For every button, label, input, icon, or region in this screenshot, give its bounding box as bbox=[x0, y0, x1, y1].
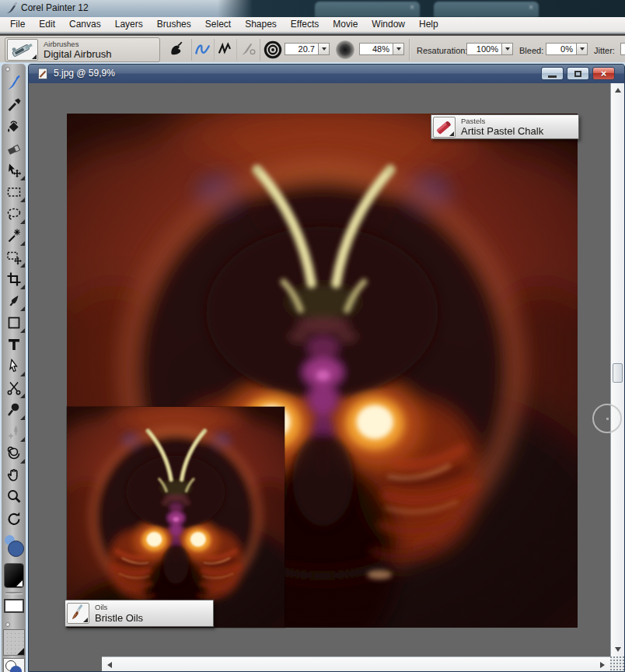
document-icon bbox=[37, 68, 49, 80]
brush-selector[interactable]: Airbrushes Digital Airbrush bbox=[5, 37, 160, 62]
brush-ghost-icon[interactable] bbox=[236, 39, 259, 61]
brush-variant-popup-oils: Oils Bristle Oils bbox=[65, 600, 214, 627]
minimize-button[interactable] bbox=[541, 67, 564, 80]
menu-canvas[interactable]: Canvas bbox=[62, 17, 108, 32]
lasso-tool[interactable] bbox=[2, 203, 26, 225]
paper-selector-swatch[interactable] bbox=[2, 596, 26, 616]
brush-size-dab-icon[interactable] bbox=[262, 39, 284, 61]
opacity-field[interactable]: 48% bbox=[359, 43, 393, 55]
painting-inset bbox=[67, 407, 285, 628]
divine-proportion-tool[interactable] bbox=[2, 443, 26, 464]
gradient-selector-swatch[interactable] bbox=[2, 561, 26, 590]
menu-window[interactable]: Window bbox=[365, 17, 412, 32]
resaturation-dropdown[interactable] bbox=[501, 43, 513, 55]
scroll-left-icon[interactable] bbox=[107, 662, 112, 668]
shape-selection-tool[interactable] bbox=[2, 355, 26, 377]
size-field[interactable]: 20.7 bbox=[285, 43, 319, 55]
rotate-page-tool[interactable] bbox=[2, 508, 26, 530]
document-title: 5.jpg @ 59,9% bbox=[54, 65, 115, 82]
close-button[interactable]: × bbox=[592, 67, 615, 80]
paper-texture-swatch[interactable] bbox=[2, 628, 26, 657]
pastel-stick-icon bbox=[433, 117, 456, 138]
add-point-tool[interactable] bbox=[2, 421, 26, 443]
pattern-selector-swatch[interactable] bbox=[2, 657, 26, 672]
airbrush-preview-icon bbox=[7, 39, 38, 61]
popup-variant-label: Artist Pastel Chalk bbox=[461, 126, 543, 136]
property-bar: Airbrushes Digital Airbrush bbox=[0, 33, 625, 62]
menu-effects[interactable]: Effects bbox=[284, 17, 326, 32]
horizontal-scrollbar[interactable] bbox=[102, 656, 610, 672]
rectangle-shape-tool[interactable] bbox=[2, 312, 26, 334]
toolbox bbox=[2, 64, 26, 672]
crop-tool[interactable] bbox=[2, 268, 26, 290]
menu-layers[interactable]: Layers bbox=[108, 17, 150, 32]
stroke-preview-group bbox=[191, 39, 260, 61]
brush-variant-popup-pastels: Pastels Artist Pastel Chalk bbox=[431, 114, 579, 139]
background-browser-glass: × × bbox=[218, 0, 625, 17]
tab-close-icon: × bbox=[529, 3, 533, 12]
main-color-circle[interactable] bbox=[8, 541, 24, 557]
popup-category-label: Pastels bbox=[461, 117, 543, 125]
stroke-preview-selected-icon[interactable] bbox=[192, 39, 214, 61]
text-tool[interactable] bbox=[2, 334, 26, 355]
scroll-right-icon[interactable] bbox=[600, 662, 605, 668]
magic-wand-tool[interactable] bbox=[2, 225, 26, 247]
brush-category-label: Airbrushes bbox=[44, 40, 111, 48]
selection-adjuster-tool[interactable] bbox=[2, 247, 26, 268]
resize-grip[interactable] bbox=[610, 656, 624, 672]
dropper-tool[interactable] bbox=[2, 94, 26, 116]
scroll-down-icon[interactable] bbox=[615, 647, 621, 652]
opacity-dropdown[interactable] bbox=[393, 43, 404, 55]
oil-brush-icon bbox=[67, 603, 89, 624]
toolbox-panel-handle[interactable] bbox=[5, 622, 10, 627]
rectangular-selection-tool[interactable] bbox=[2, 181, 26, 203]
paintbrush-app-icon bbox=[5, 2, 18, 15]
restore-icon bbox=[574, 71, 581, 77]
pen-tool[interactable] bbox=[2, 290, 26, 312]
menu-brushes[interactable]: Brushes bbox=[150, 17, 198, 32]
popup-variant-label: Bristle Oils bbox=[95, 613, 143, 623]
scissors-tool[interactable] bbox=[2, 377, 26, 399]
tab-close-icon: × bbox=[410, 3, 414, 12]
brush-tool[interactable] bbox=[2, 72, 26, 94]
opacity-dab-icon[interactable] bbox=[334, 39, 356, 61]
menu-shapes[interactable]: Shapes bbox=[238, 17, 284, 32]
vertical-scrollbar[interactable] bbox=[610, 83, 624, 656]
restore-button[interactable] bbox=[567, 67, 589, 80]
layer-adjuster-tool[interactable] bbox=[2, 159, 26, 181]
background-tab: × bbox=[315, 2, 420, 17]
menu-help[interactable]: Help bbox=[412, 17, 445, 32]
corel-painter-window: × × Corel Painter 12 File Edit Canvas La… bbox=[0, 0, 625, 672]
separator bbox=[409, 39, 410, 61]
size-dropdown[interactable] bbox=[318, 43, 330, 55]
dab-preview-icon[interactable] bbox=[165, 39, 187, 61]
menu-select[interactable]: Select bbox=[198, 17, 238, 32]
jitter-label: Jitter: bbox=[594, 36, 615, 65]
jitter-field[interactable] bbox=[620, 43, 625, 55]
document-window: 5.jpg @ 59,9% × bbox=[28, 64, 625, 672]
document-titlebar[interactable]: 5.jpg @ 59,9% × bbox=[29, 65, 624, 83]
toolbox-handle[interactable] bbox=[5, 67, 10, 72]
canvas-area[interactable]: Pastels Artist Pastel Chalk bbox=[29, 83, 624, 672]
main-color-swatch[interactable] bbox=[2, 533, 26, 561]
app-titlebar[interactable]: × × Corel Painter 12 bbox=[0, 0, 625, 17]
menu-movie[interactable]: Movie bbox=[326, 17, 365, 32]
dodge-tool[interactable] bbox=[2, 399, 26, 421]
popup-category-label: Oils bbox=[95, 604, 143, 611]
bleed-dropdown[interactable] bbox=[576, 43, 588, 55]
toolbox-divider bbox=[5, 592, 23, 594]
resaturation-field[interactable]: 100% bbox=[466, 43, 502, 55]
workspace: 5.jpg @ 59,9% × bbox=[0, 62, 625, 672]
minimize-icon bbox=[548, 75, 557, 78]
stroke-preview-angular-icon[interactable] bbox=[214, 39, 236, 61]
menu-edit[interactable]: Edit bbox=[32, 17, 62, 32]
paint-bucket-tool[interactable] bbox=[2, 116, 26, 138]
eraser-tool[interactable] bbox=[2, 138, 26, 159]
grabber-tool[interactable] bbox=[2, 464, 26, 486]
magnifier-tool[interactable] bbox=[2, 486, 26, 508]
menu-file[interactable]: File bbox=[3, 17, 32, 32]
vertical-scroll-thumb[interactable] bbox=[613, 363, 623, 383]
scroll-up-icon[interactable] bbox=[615, 88, 621, 93]
menu-bar: File Edit Canvas Layers Brushes Select S… bbox=[0, 17, 625, 33]
bleed-field[interactable]: 0% bbox=[546, 43, 577, 55]
